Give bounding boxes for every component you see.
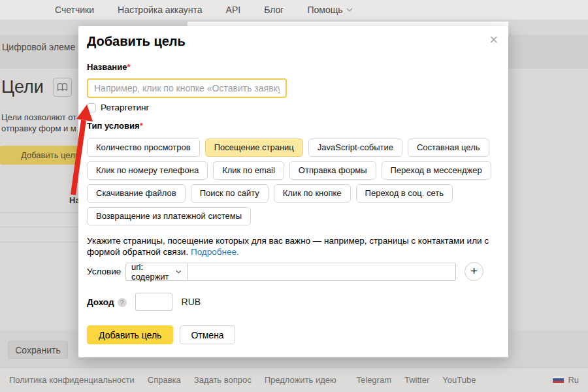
footer-link-ask-question[interactable]: Задать вопрос bbox=[194, 375, 252, 385]
type-option-social[interactable]: Переход в соц. сеть bbox=[356, 184, 453, 203]
nav-account-settings[interactable]: Настройка аккаунта bbox=[118, 5, 203, 15]
goals-intro-text: Цели позволяют от отправку форм и м bbox=[1, 112, 76, 134]
add-goal-modal: Добавить цель × Название* Ретаргетинг Ти… bbox=[78, 26, 508, 357]
chevron-down-icon bbox=[176, 270, 182, 274]
revenue-input[interactable] bbox=[135, 293, 172, 311]
retargeting-checkbox[interactable] bbox=[87, 103, 96, 112]
footer-link-suggest-idea[interactable]: Предложить идею bbox=[265, 375, 336, 385]
type-option-js-event[interactable]: JavaScript-событие bbox=[308, 139, 402, 157]
book-icon bbox=[53, 78, 72, 97]
condition-operator-value: url: содержит bbox=[131, 262, 176, 282]
required-asterisk: * bbox=[127, 62, 130, 72]
page-title: Цели bbox=[1, 77, 44, 97]
cancel-button[interactable]: Отмена bbox=[180, 325, 235, 344]
condition-label: Условие bbox=[87, 267, 125, 276]
plus-icon: + bbox=[470, 264, 478, 278]
footer-link-privacy[interactable]: Политика конфиденциальности bbox=[9, 375, 135, 385]
help-icon[interactable]: ? bbox=[118, 298, 127, 307]
type-option-form-submit[interactable]: Отправка формы bbox=[289, 161, 376, 180]
table-divider bbox=[0, 242, 78, 242]
chevron-down-icon bbox=[346, 8, 353, 12]
add-goal-button-dimmed: Добавить цель bbox=[0, 146, 82, 165]
retargeting-label: Ретаргетинг bbox=[101, 103, 149, 112]
type-option-phone-click[interactable]: Клик по номеру телефона bbox=[87, 161, 208, 180]
type-option-site-search[interactable]: Поиск по сайту bbox=[191, 184, 269, 203]
condition-operator-select[interactable]: url: содержит bbox=[125, 263, 188, 281]
page-title-row: Цели bbox=[1, 77, 72, 97]
counter-name: Цифровой элеме bbox=[2, 42, 75, 52]
condition-description: Укажите страницы, посещение которых для … bbox=[87, 235, 512, 257]
required-asterisk: * bbox=[140, 121, 143, 131]
nav-counters[interactable]: Счетчики bbox=[55, 5, 94, 15]
footer-link-help[interactable]: Справка bbox=[148, 375, 181, 385]
nav-blog[interactable]: Блог bbox=[264, 5, 284, 15]
nav-api[interactable]: API bbox=[226, 5, 241, 15]
nav-help[interactable]: Помощь bbox=[307, 5, 352, 15]
learn-more-link[interactable]: Подробнее. bbox=[191, 247, 239, 257]
modal-title: Добавить цель bbox=[87, 34, 186, 49]
nav-help-label: Помощь bbox=[307, 5, 342, 15]
type-option-payment-return[interactable]: Возвращение из платежной системы bbox=[87, 207, 251, 225]
footer: Политика конфиденциальности Справка Зада… bbox=[0, 367, 588, 392]
table-divider bbox=[0, 227, 78, 227]
submit-add-goal-button[interactable]: Добавить цель bbox=[87, 325, 173, 344]
page-white-edge bbox=[188, 22, 508, 26]
revenue-label: Доход bbox=[87, 297, 114, 307]
name-label: Название* bbox=[87, 62, 130, 72]
type-option-pageviews[interactable]: Количество просмотров bbox=[87, 139, 200, 157]
currency-label: RUB bbox=[182, 297, 201, 307]
condition-type-options: Количество просмотров Посещение страниц … bbox=[87, 139, 491, 230]
goal-name-input[interactable] bbox=[87, 78, 287, 98]
condition-type-label: Тип условия* bbox=[87, 121, 143, 131]
modal-actions: Добавить цель Отмена bbox=[87, 325, 235, 344]
revenue-row: Доход ? RUB bbox=[87, 293, 201, 311]
footer-link-youtube[interactable]: YouTube bbox=[442, 375, 476, 385]
top-navigation: Счетчики Настройка аккаунта API Блог Пом… bbox=[0, 0, 588, 20]
retargeting-checkbox-row[interactable]: Ретаргетинг bbox=[87, 103, 149, 112]
footer-link-telegram[interactable]: Telegram bbox=[357, 375, 391, 385]
type-option-messenger[interactable]: Переход в мессенджер bbox=[382, 161, 491, 180]
language-switcher[interactable]: Ru bbox=[553, 375, 579, 385]
type-option-file-download[interactable]: Скачивание файлов bbox=[87, 184, 186, 203]
condition-row: Условие url: содержит + bbox=[87, 262, 483, 281]
footer-link-twitter[interactable]: Twitter bbox=[404, 375, 429, 385]
save-button-dimmed: Сохранить bbox=[8, 341, 68, 359]
condition-value-input[interactable] bbox=[188, 263, 456, 281]
type-option-email-click[interactable]: Клик по email bbox=[213, 161, 284, 180]
russia-flag-icon bbox=[553, 376, 564, 384]
type-option-button-click[interactable]: Клик по кнопке bbox=[274, 184, 351, 203]
add-condition-button[interactable]: + bbox=[465, 262, 483, 281]
close-icon[interactable]: × bbox=[489, 33, 498, 47]
type-option-composite[interactable]: Составная цель bbox=[408, 139, 489, 157]
type-option-page-visit-selected[interactable]: Посещение страниц bbox=[205, 139, 303, 157]
language-label: Ru bbox=[568, 375, 579, 385]
table-divider bbox=[0, 212, 78, 213]
